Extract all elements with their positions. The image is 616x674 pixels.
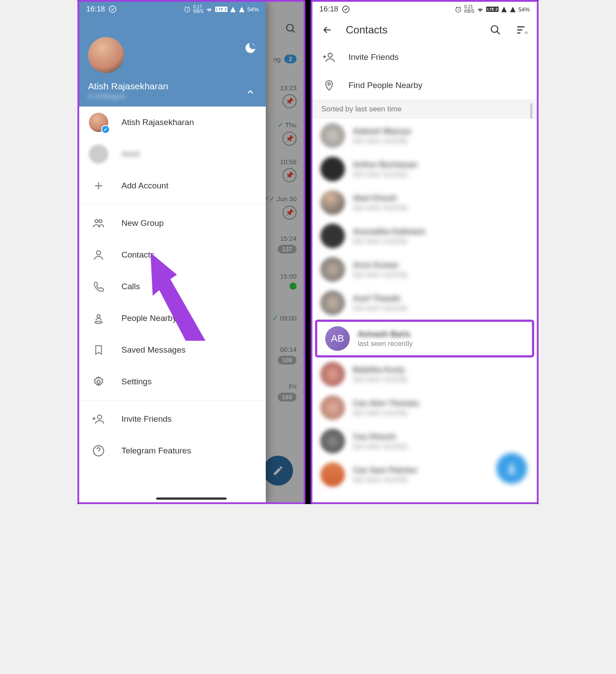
menu-invite-friends[interactable]: Invite Friends <box>79 403 266 435</box>
contact-row[interactable]: Abel Khushlast seen recently <box>312 186 537 219</box>
person-icon <box>89 245 108 265</box>
wifi-icon <box>477 6 484 13</box>
svg-point-8 <box>96 251 100 255</box>
gear-icon <box>89 372 108 391</box>
account-avatar <box>89 144 108 164</box>
svg-point-10 <box>95 321 102 324</box>
contact-avatar <box>320 257 345 282</box>
contact-name: Asef Thambi <box>353 294 408 303</box>
option-invite-friends[interactable]: Invite Friends <box>312 43 537 71</box>
contact-avatar-initials: AB <box>325 326 350 351</box>
menu-calls[interactable]: Calls <box>79 271 266 302</box>
contact-status: last seen recently <box>353 409 419 417</box>
option-find-nearby[interactable]: Find People Nearby <box>312 71 537 99</box>
contact-name: Cas Alen Thomas <box>353 399 419 408</box>
contact-status: last seen recently <box>353 442 408 450</box>
highlighted-contact[interactable]: AB Avinash Baris last seen recently <box>315 320 534 357</box>
signal-icon <box>501 6 507 13</box>
wifi-icon <box>205 6 213 13</box>
navigation-drawer: 16:18 0.17KB/S LTE 2 54% <box>79 2 266 502</box>
menu-saved-messages[interactable]: Saved Messages <box>79 334 266 366</box>
contact-row[interactable]: Aakash Mauryalast seen recently <box>312 119 537 152</box>
contact-row[interactable]: Babitha Kurtylast seen recently <box>312 357 537 391</box>
contact-name: Abel Khush <box>353 194 408 203</box>
drawer-user-name: Atish Rajasekharan <box>88 81 257 92</box>
menu-telegram-features[interactable]: Telegram Features <box>79 435 266 467</box>
contact-avatar <box>320 395 345 420</box>
alarm-icon <box>455 6 462 13</box>
contact-row[interactable]: Cas Alen Thomaslast seen recently <box>312 391 537 424</box>
profile-avatar[interactable] <box>88 37 124 73</box>
group-icon <box>89 214 108 233</box>
contact-row[interactable]: Arthur Buchananlast seen recently <box>312 152 537 186</box>
contact-avatar <box>320 291 345 315</box>
svg-point-20 <box>328 83 330 85</box>
add-contact-fab[interactable] <box>496 453 527 484</box>
verified-badge-icon <box>101 125 110 134</box>
contact-name: Cas Sam Patcher <box>353 466 418 475</box>
menu-new-group[interactable]: New Group <box>79 207 266 239</box>
contact-name: Cas Dinesh <box>353 432 408 442</box>
nearby-icon <box>89 309 108 328</box>
svg-point-6 <box>95 220 98 223</box>
home-indicator <box>156 497 227 500</box>
contact-avatar <box>320 429 345 453</box>
svg-point-9 <box>97 315 100 318</box>
signal-icon-2 <box>238 6 245 13</box>
contact-status: last seen recently <box>353 170 418 178</box>
contact-status: last seen recently <box>353 304 408 312</box>
contact-status: last seen recently <box>353 476 418 484</box>
svg-point-16 <box>491 26 498 32</box>
sort-button[interactable]: A <box>514 22 530 38</box>
svg-line-17 <box>497 31 500 34</box>
add-account-row[interactable]: Add Account <box>79 170 266 202</box>
expand-accounts-chevron-icon[interactable] <box>246 87 255 97</box>
contact-status: last seen recently <box>353 204 408 212</box>
right-phone-frame: 16:18 0.21KB/S LTE 2 54% Contacts <box>311 0 539 504</box>
contact-name: Arthur Buchanan <box>353 160 418 169</box>
back-button[interactable] <box>319 22 335 38</box>
svg-text:A: A <box>525 30 528 35</box>
account-item-secondary[interactable]: Atish <box>79 138 266 170</box>
svg-point-5 <box>254 45 255 46</box>
svg-point-14 <box>342 6 349 13</box>
contact-row[interactable]: Cas Dineshlast seen recently <box>312 424 537 458</box>
status-battery: 54% <box>518 6 530 13</box>
contact-status: last seen recently <box>358 340 413 348</box>
sort-header: Sorted by last seen time <box>312 99 537 119</box>
contact-row[interactable]: Anuradha Kalimanilast seen recently <box>312 219 537 253</box>
svg-point-19 <box>328 53 332 57</box>
contact-row[interactable]: Arun Kumarlast seen recently <box>312 253 537 286</box>
contact-status: last seen recently <box>353 237 425 245</box>
contact-avatar <box>320 362 345 387</box>
add-person-icon <box>89 409 108 429</box>
check-circle-icon <box>109 5 117 13</box>
contact-avatar <box>320 224 345 248</box>
add-account-label: Add Account <box>121 181 169 191</box>
contact-status: last seen recently <box>353 137 411 145</box>
status-time: 16:18 <box>86 5 105 14</box>
search-button[interactable] <box>488 22 503 38</box>
night-mode-toggle[interactable] <box>244 41 257 55</box>
contact-name: Aakash Maurya <box>353 127 411 136</box>
page-title: Contacts <box>346 24 477 36</box>
contact-row[interactable]: Asef Thambilast seen recently <box>312 286 537 320</box>
status-battery: 54% <box>247 6 259 13</box>
svg-point-4 <box>253 44 254 45</box>
contact-status: last seen recently <box>353 376 408 383</box>
status-bar: 16:18 0.17KB/S LTE 2 54% <box>79 2 266 17</box>
phone-icon <box>89 277 108 296</box>
svg-point-12 <box>98 415 102 419</box>
contacts-header: Contacts A <box>312 17 537 43</box>
contact-avatar <box>320 157 345 181</box>
contact-name: Babitha Kurty <box>353 365 408 375</box>
account-item-primary[interactable]: Atish Rajasekharan <box>79 107 266 138</box>
svg-point-11 <box>97 380 100 383</box>
check-circle-icon <box>342 5 350 13</box>
menu-people-nearby[interactable]: People Nearby <box>79 302 266 334</box>
menu-settings[interactable]: Settings <box>79 366 266 398</box>
account-avatar <box>89 113 108 132</box>
drawer-header: Atish Rajasekharan in ishikagod <box>79 17 266 107</box>
contact-avatar <box>320 123 345 148</box>
menu-contacts[interactable]: Contacts <box>79 239 266 271</box>
